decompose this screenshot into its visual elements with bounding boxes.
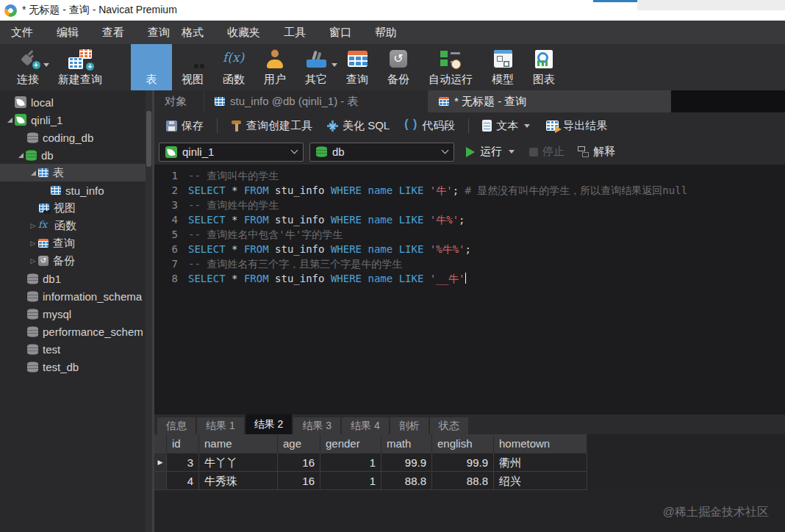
cell-age[interactable]: 16 [278,453,320,472]
tree-item-5[interactable]: stu_info [0,181,152,199]
query-toolbar-button-0[interactable]: 保存 [160,116,209,136]
caret-down-icon[interactable] [524,124,530,128]
cell-name[interactable]: 牛丫丫 [199,453,278,472]
sql-editor[interactable]: 1-- 查询叫牛的学生2SELECT * FROM stu_info WHERE… [154,165,785,414]
expanded-arrow-icon[interactable] [15,153,26,158]
view-icon [183,51,203,67]
expanded-arrow-icon[interactable] [4,118,15,123]
collapsed-arrow-icon[interactable]: ▷ [28,257,38,265]
column-header-hometown[interactable]: hometown [494,434,587,453]
code-line-7[interactable]: 7-- 查询姓名有三个字，且第三个字是牛的学生 [154,256,785,271]
cell-id[interactable]: 4 [167,472,199,490]
tree-item-7[interactable]: ▷函数 [0,217,152,234]
tree-item-1[interactable]: qinli_1 [0,111,152,129]
code-line-8[interactable]: 8SELECT * FROM stu_info WHERE name LIKE … [154,271,785,286]
cell-gender[interactable]: 1 [320,472,381,490]
toolbar-button-5[interactable]: 用户 [254,44,295,90]
tree-item-0[interactable]: local [0,93,152,111]
collapsed-arrow-icon[interactable]: ▷ [28,222,38,229]
tree-item-13[interactable]: performance_schem [0,323,152,340]
run-button[interactable]: 运行 [466,145,516,159]
cell-english[interactable]: 88.8 [432,472,494,490]
code-line-2[interactable]: 2SELECT * FROM stu_info WHERE name LIKE … [154,183,785,198]
explain-button[interactable]: 解释 [578,145,615,159]
tree-item-6[interactable]: 视图 [0,199,152,217]
result-tab-0[interactable]: 信息 [157,417,196,434]
cell-hometown[interactable]: 衢州 [494,453,587,472]
table-row-1[interactable]: 4牛秀珠16188.888.8绍兴 [154,472,785,490]
column-header-english[interactable]: english [432,434,494,453]
menu-item-7[interactable]: 窗口 [320,21,361,44]
cell-english[interactable]: 99.9 [432,453,494,472]
scrollbar-thumb[interactable] [146,111,151,167]
code-line-5[interactable]: 5-- 查询姓名中包含'牛'字的学生 [154,227,785,242]
cell-math[interactable]: 88.8 [381,472,432,490]
tree-item-10[interactable]: db1 [0,270,152,287]
query-toolbar-button-4[interactable]: 代码段 [398,116,461,136]
cell-name[interactable]: 牛秀珠 [199,472,278,490]
query-toolbar-button-7[interactable]: 导出结果 [540,116,613,136]
query-toolbar-button-6[interactable]: 文本 [476,116,537,136]
column-header-gender[interactable]: gender [320,434,381,453]
column-header-math[interactable]: math [381,434,432,453]
connection-select[interactable]: qinli_1 [159,143,304,162]
cell-gender[interactable]: 1 [320,453,381,472]
result-tab-1[interactable]: 结果 1 [197,417,244,434]
result-tab-6[interactable]: 状态 [430,417,468,434]
tree-item-9[interactable]: ▷备份 [0,252,152,270]
query-toolbar-button-2[interactable]: 查询创建工具 [225,116,318,136]
table-row-0[interactable]: ▶3牛丫丫16199.999.9衢州 [154,453,785,472]
doc-tab-2[interactable]: * 无标题 - 查询 [429,90,671,112]
toolbar-button-1[interactable]: +新建查询 [49,44,112,90]
tree-item-3[interactable]: db [0,146,152,164]
cell-id[interactable]: 3 [167,453,199,472]
toolbar-button-0[interactable]: +连接 [7,44,49,90]
doc-tab-1[interactable]: stu_info @db (qinli_1) - 表 [204,90,429,112]
result-tab-5[interactable]: 剖析 [390,417,429,434]
tree-item-2[interactable]: coding_db [0,129,152,146]
caret-down-icon[interactable] [509,150,515,154]
query-toolbar-button-3[interactable]: 美化 SQL [321,116,395,136]
database-select[interactable]: db [309,143,454,162]
code-line-4[interactable]: 4SELECT * FROM stu_info WHERE name LIKE … [154,212,785,227]
column-header-id[interactable]: id [167,434,199,453]
result-tab-4[interactable]: 结果 4 [342,417,389,434]
toolbar-button-2[interactable]: 表 [131,44,172,90]
column-header-name[interactable]: name [199,434,278,453]
collapsed-arrow-icon[interactable]: ▷ [28,240,38,247]
toolbar-button-8[interactable]: 备份 [378,44,419,90]
menu-item-6[interactable]: 工具 [274,21,315,44]
column-header-age[interactable]: age [278,434,320,453]
toolbar-button-11[interactable]: 图表 [523,44,564,90]
tree-item-4[interactable]: 表 [0,164,152,181]
toolbar-button-10[interactable]: 模型 [482,44,523,90]
tree-item-15[interactable]: test_db [0,358,152,375]
toolbar-button-9[interactable]: 自动运行 [419,44,482,90]
cell-math[interactable]: 99.9 [381,453,432,472]
menu-item-1[interactable]: 编辑 [47,21,88,44]
code-line-3[interactable]: 3-- 查询姓牛的学生 [154,198,785,212]
tree-item-12[interactable]: mysql [0,305,152,323]
code-line-1[interactable]: 1-- 查询叫牛的学生 [154,168,785,183]
toolbar-button-4[interactable]: 函数 [213,44,254,90]
menu-item-2[interactable]: 查看 [93,21,134,44]
menu-item-0[interactable]: 文件 [1,21,43,44]
code-line-6[interactable]: 6SELECT * FROM stu_info WHERE name LIKE … [154,242,785,256]
cell-age[interactable]: 16 [278,472,320,490]
tree-item-14[interactable]: test [0,340,152,358]
toolbar-button-7[interactable]: 查询 [337,44,378,90]
sidebar-scrollbar[interactable] [146,90,152,532]
doc-tab-0[interactable]: 对象 [154,90,204,112]
result-tab-3[interactable]: 结果 3 [293,417,340,434]
tree-item-11[interactable]: information_schema [0,287,152,305]
menu-item-4[interactable]: 格式 [172,21,213,44]
code-token: LIKE [399,243,424,255]
tree-item-8[interactable]: ▷查询 [0,234,152,252]
cell-hometown[interactable]: 绍兴 [494,472,587,490]
menu-item-5[interactable]: 收藏夹 [218,21,270,44]
result-tab-2[interactable]: 结果 2 [245,414,293,434]
expanded-arrow-icon[interactable] [28,170,38,176]
toolbar-button-3[interactable]: 视图 [172,44,213,90]
toolbar-button-6[interactable]: 其它 [295,44,337,90]
menu-item-8[interactable]: 帮助 [365,21,406,44]
